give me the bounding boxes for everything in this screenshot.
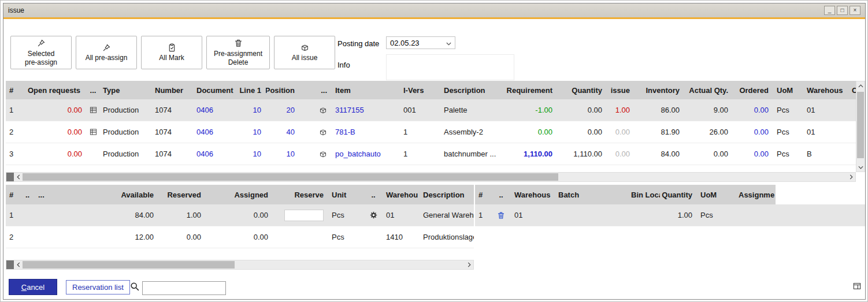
column-header-assigned[interactable]: Assigned <box>206 185 273 204</box>
column-header-position-link[interactable]: Position <box>266 81 299 99</box>
column-header-gear-icon[interactable]: .. <box>364 185 383 204</box>
column-header-warehouse[interactable]: Warehous <box>803 81 848 99</box>
column-header-inventory[interactable]: Inventory <box>635 81 684 99</box>
all-pre-assign-button[interactable]: All pre-assign <box>76 36 137 69</box>
column-header-available[interactable]: Available <box>49 185 158 204</box>
description: batchnumber ... <box>440 143 504 165</box>
column-header-quantity[interactable]: Quantity <box>557 81 607 99</box>
item-link[interactable]: 3117155 <box>332 99 400 121</box>
scroll-left-icon[interactable] <box>14 260 23 269</box>
column-header-row-number[interactable]: # <box>6 185 22 204</box>
pre-assignment-delete-button[interactable]: Pre-assignment Delete <box>206 36 270 69</box>
column-header-item-link[interactable]: Item <box>332 81 400 99</box>
scroll-up-icon[interactable] <box>856 81 865 90</box>
column-header-line-link[interactable]: Line 1 <box>235 81 266 99</box>
column-header-description[interactable]: Description <box>440 81 504 99</box>
form-settings-icon[interactable] <box>853 282 861 292</box>
document-link[interactable]: 0406 <box>193 99 235 121</box>
main-vertical-scrollbar[interactable] <box>856 81 865 172</box>
column-header-type-icon[interactable]: ... <box>87 81 99 99</box>
column-header-reserved[interactable]: Reserved <box>158 185 206 204</box>
minimize-button[interactable]: _ <box>824 6 835 15</box>
column-header-actual-qty[interactable]: Actual Qty. <box>684 81 733 99</box>
position-link[interactable]: 10 <box>266 143 299 165</box>
vertical-scroll-track[interactable] <box>856 90 865 163</box>
vertical-scroll-thumb[interactable] <box>857 92 864 159</box>
column-header-requirement[interactable]: Requirement <box>504 81 557 99</box>
column-header-delete-icon[interactable]: .. <box>491 185 511 204</box>
table-row[interactable]: 212.000.000.00Pcs1410Produktionslage <box>6 226 474 248</box>
document-link[interactable]: 0406 <box>193 121 235 143</box>
table-row[interactable]: 10.00Production1074040610203117155001Pal… <box>6 99 856 121</box>
table-row[interactable]: 1011.00Pcs <box>475 204 865 226</box>
column-header-quantity[interactable]: Quantity <box>660 185 697 204</box>
scroll-right-icon[interactable] <box>465 260 473 269</box>
column-header-ordered[interactable]: Ordered <box>733 81 773 99</box>
line-link[interactable]: 10 <box>235 99 266 121</box>
pre-assignment-delete-label: Pre-assignment Delete <box>214 50 262 67</box>
item-link[interactable]: po_batchauto <box>332 143 400 165</box>
reservation-list-button[interactable]: Reservation list <box>66 280 130 294</box>
column-header-open-requests[interactable]: Open requests <box>24 81 87 99</box>
availability-horizontal-scrollbar[interactable] <box>6 260 474 270</box>
trash-blue-icon[interactable] <box>491 204 511 226</box>
column-header-assignment[interactable]: Assignme <box>735 185 776 204</box>
line-link[interactable]: 10 <box>235 143 266 165</box>
column-header-bin-location[interactable]: Bin Loca <box>628 185 660 204</box>
horizontal-scroll-track[interactable] <box>23 260 465 269</box>
table-row[interactable]: 30.00Production107404061010po_batchauto1… <box>6 143 856 165</box>
line-link[interactable]: 10 <box>235 121 266 143</box>
item-link[interactable]: 781-B <box>332 121 400 143</box>
cancel-button[interactable]: Cancel <box>9 279 57 295</box>
table-row[interactable]: 184.001.000.00Pcs01General Wareho <box>6 204 474 226</box>
close-button[interactable]: × <box>850 6 860 15</box>
title-bar[interactable]: issue _ □ × <box>3 3 865 17</box>
scrollbar-splitter[interactable] <box>6 260 14 269</box>
search-input[interactable] <box>142 281 226 295</box>
search-icon[interactable] <box>130 282 140 294</box>
scrollbar-splitter[interactable] <box>6 173 14 181</box>
table-row[interactable]: 20.00Production107404061040781-B1Assembl… <box>6 121 856 143</box>
column-header-document-link[interactable]: Document <box>193 81 235 99</box>
column-header-dots-column[interactable]: ... <box>35 185 49 204</box>
all-issue-button[interactable]: All issue <box>274 36 335 69</box>
column-header-type[interactable]: Type <box>99 81 151 99</box>
scroll-down-icon[interactable] <box>856 163 865 171</box>
document-link[interactable]: 0406 <box>193 143 235 165</box>
scroll-left-icon[interactable] <box>14 173 23 181</box>
column-header-unit[interactable]: Unit <box>328 185 364 204</box>
posting-date-select[interactable]: 02.05.23 <box>386 36 455 49</box>
main-horizontal-scrollbar[interactable] <box>6 172 856 182</box>
position-link[interactable]: 40 <box>266 121 299 143</box>
warehouse: 01 <box>803 121 848 143</box>
row-number: 2 <box>6 226 22 248</box>
column-header-row-number[interactable]: # <box>475 185 491 204</box>
column-header-uom[interactable]: UoM <box>697 185 735 204</box>
maximize-button[interactable]: □ <box>837 6 848 15</box>
gear-icon[interactable] <box>364 204 383 226</box>
column-header-dots-column[interactable]: .. <box>22 185 35 204</box>
info-input[interactable] <box>386 54 514 80</box>
column-header-description[interactable]: Description <box>420 185 474 204</box>
column-header-uom[interactable]: UoM <box>773 81 803 99</box>
all-mark-button[interactable]: All Mark <box>141 36 202 69</box>
column-header-reserve[interactable]: Reserve <box>273 185 328 204</box>
column-header-number[interactable]: Number <box>151 81 193 99</box>
column-header-issue[interactable]: issue <box>607 81 635 99</box>
item-box-icon <box>299 143 332 165</box>
horizontal-scroll-thumb[interactable] <box>23 173 558 181</box>
column-header-item-icon[interactable]: ... <box>299 81 332 99</box>
position-link[interactable]: 20 <box>266 99 299 121</box>
column-header-item-version[interactable]: I-Vers <box>400 81 440 99</box>
horizontal-scroll-thumb[interactable] <box>23 261 235 269</box>
column-header-row-number[interactable]: # <box>6 81 24 99</box>
horizontal-scroll-track[interactable] <box>23 173 847 181</box>
reserve-input[interactable] <box>284 210 324 221</box>
ordered: 0.00 <box>733 143 773 165</box>
selected-pre-assign-button[interactable]: Selected pre-assign <box>10 36 72 69</box>
column-header-warehouse[interactable]: Warehou <box>383 185 420 204</box>
column-header-extra[interactable]: C <box>848 81 856 99</box>
scroll-right-icon[interactable] <box>847 173 855 181</box>
column-header-warehouse[interactable]: Warehous <box>511 185 555 204</box>
column-header-batch[interactable]: Batch <box>555 185 628 204</box>
